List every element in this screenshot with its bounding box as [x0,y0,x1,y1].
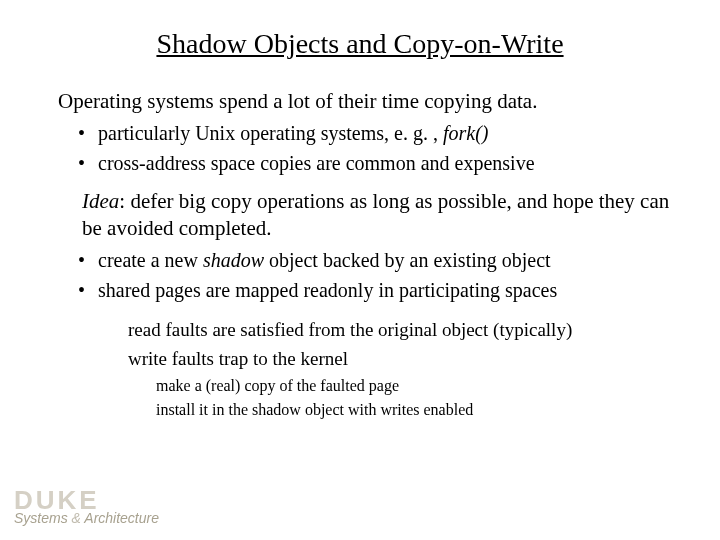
bullet-1a-fork: fork() [443,122,489,144]
footer-ampersand: & [68,510,85,526]
bullet-1a-text: particularly Unix operating systems, e. … [98,122,443,144]
idea-paragraph: Idea: defer big copy operations as long … [58,188,680,241]
footer-architecture: Architecture [84,510,159,526]
bullet-2b: shared pages are mapped readonly in part… [98,275,680,305]
bullet-1b: cross-address space copies are common an… [98,148,680,178]
idea-text: : defer big copy operations as long as p… [82,189,669,239]
sub-read-faults: read faults are satisfied from the origi… [58,315,680,344]
bullet-2a-shadow: shadow [203,249,264,271]
slide-title: Shadow Objects and Copy-on-Write [0,28,720,60]
bullet-2a-suffix: object backed by an existing object [264,249,551,271]
bullet-2a-prefix: create a new [98,249,203,271]
bullet-list-1: particularly Unix operating systems, e. … [58,118,680,178]
bullet-1a: particularly Unix operating systems, e. … [98,118,680,148]
footer-subtitle: Systems & Architecture [14,510,159,526]
sub-make-copy: make a (real) copy of the faulted page [58,374,680,399]
intro-paragraph: Operating systems spend a lot of their t… [58,88,680,114]
footer-systems: Systems [14,510,68,526]
bullet-list-2: create a new shadow object backed by an … [58,245,680,305]
sub-write-faults: write faults trap to the kernel [58,344,680,373]
sub-install: install it in the shadow object with wri… [58,398,680,423]
footer-logo: DUKE Systems & Architecture [14,489,159,526]
idea-label: Idea [82,189,119,213]
slide-content: Operating systems spend a lot of their t… [0,88,720,423]
bullet-2a: create a new shadow object backed by an … [98,245,680,275]
footer-duke-text: DUKE [14,489,159,512]
